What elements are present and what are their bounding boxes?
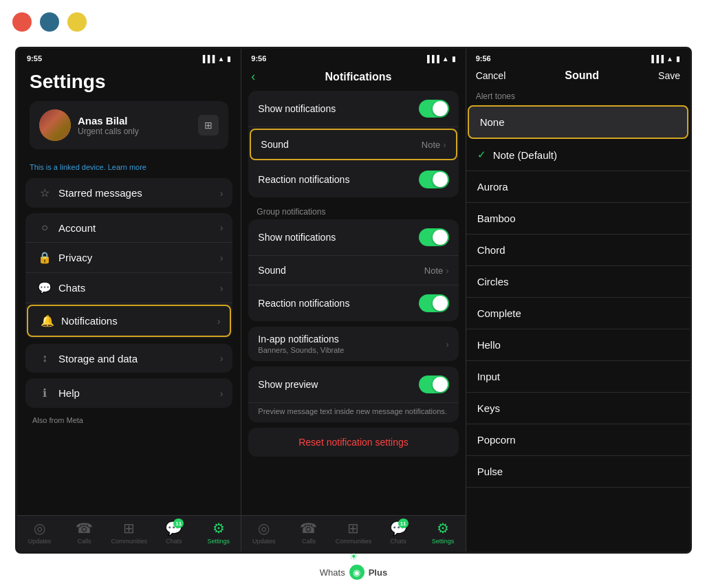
sound-item-popcorn[interactable]: Popcorn [466, 424, 690, 456]
chevron-icon-1: › [443, 140, 446, 150]
bottom-nav-2: ◎ Updates ☎ Calls ⊞ Communities 💬 11 Cha… [241, 515, 465, 552]
cancel-button[interactable]: Cancel [476, 70, 506, 81]
arrow-icon-privacy: › [220, 252, 224, 263]
sound-item-chord[interactable]: Chord [466, 235, 690, 266]
toggle-show-notifications-1[interactable] [419, 100, 449, 118]
sound-item-bamboo[interactable]: Bamboo [466, 203, 690, 235]
show-notifications-item-2[interactable]: Show notifications [248, 219, 458, 256]
reaction-notifications-item-1[interactable]: Reaction notifications [248, 162, 458, 197]
nav-calls-1[interactable]: ☎ Calls [62, 520, 107, 545]
account-item[interactable]: ○ Account › [25, 213, 232, 243]
signal-icon-2: ▐▐▐ [424, 55, 439, 63]
nav-updates-1[interactable]: ◎ Updates [17, 520, 62, 545]
nav-chats-2[interactable]: 💬 11 Chats [376, 520, 421, 545]
group-notifications-section: Show notifications Sound Note › Reaction… [248, 219, 458, 321]
sound-item-complete[interactable]: Complete [466, 298, 690, 329]
sound-item-keys[interactable]: Keys [466, 393, 690, 424]
alert-tones-label: Alert tones [466, 89, 690, 105]
traffic-light-red[interactable] [12, 12, 32, 32]
sound-item-pulse[interactable]: Pulse [466, 456, 690, 488]
footer: ☀ Whats ◉ Plus [0, 551, 707, 580]
toggle-show-notifications-2[interactable] [419, 228, 449, 246]
status-bar-3: 9:56 ▐▐▐ ▲ ▮ [466, 49, 690, 65]
communities-icon-1: ⊞ [123, 520, 135, 536]
status-icons-3: ▐▐▐ ▲ ▮ [649, 55, 680, 63]
nav-settings-1[interactable]: ⚙ Settings [196, 520, 241, 545]
sound-item-aurora[interactable]: Aurora [466, 171, 690, 203]
calls-icon-2: ☎ [300, 520, 317, 536]
profile-status: Urgent calls only [78, 127, 139, 136]
calls-icon-1: ☎ [76, 520, 93, 536]
show-preview-item[interactable]: Show preview [248, 367, 458, 403]
toggle-reaction-1[interactable] [419, 171, 449, 188]
starred-messages-item[interactable]: ☆ Starred messages › [25, 178, 232, 208]
nav-communities-2[interactable]: ⊞ Communities [331, 520, 376, 545]
message-notifications-section: Show notifications Sound Note › Reaction… [248, 91, 458, 197]
sound-label-2: Sound [258, 265, 424, 276]
notifications-item[interactable]: 🔔 Notifications › [27, 305, 231, 337]
avatar-image [39, 109, 71, 141]
help-item[interactable]: ℹ Help › [25, 378, 232, 408]
sound-item-input[interactable]: Input [466, 361, 690, 393]
save-button[interactable]: Save [658, 70, 680, 81]
footer-whatsapp-icon: ◉ [349, 565, 365, 580]
reaction-notifications-item-2[interactable]: Reaction notifications [248, 285, 458, 321]
sound-value-2: Note [424, 265, 443, 276]
sound-label-complete: Complete [477, 307, 679, 319]
main-settings-section: ○ Account › 🔒 Privacy › 💬 Chats › 🔔 Noti… [25, 213, 232, 338]
linked-device-text: This is a linked device. Learn more [17, 160, 241, 178]
nav-settings-2[interactable]: ⚙ Settings [421, 520, 466, 545]
privacy-item[interactable]: 🔒 Privacy › [25, 243, 232, 273]
signal-icon-3: ▐▐▐ [649, 55, 664, 63]
arrow-icon-account: › [220, 222, 224, 233]
traffic-light-blue[interactable] [40, 12, 59, 32]
toggle-reaction-2[interactable] [419, 294, 449, 312]
reset-label[interactable]: Reset notification settings [258, 437, 448, 448]
footer-plus-text: Plus [369, 567, 387, 578]
chats-label: Chats [58, 282, 220, 294]
footer-logo-area: Whats ◉ Plus [320, 565, 387, 580]
show-notifications-item-1[interactable]: Show notifications [248, 91, 458, 127]
reset-item[interactable]: Reset notification settings [248, 428, 458, 457]
time-2: 9:56 [251, 54, 266, 63]
storage-item[interactable]: ↕ Storage and data › [25, 344, 232, 373]
sound-item-hello[interactable]: Hello [466, 329, 690, 361]
arrow-icon-notifications: › [217, 316, 221, 327]
toggle-thumb-reaction-2 [433, 296, 448, 311]
sound-header: Cancel Sound Save [466, 65, 690, 89]
profile-card[interactable]: Anas Bilal Urgent calls only ⊞ [30, 101, 228, 149]
sound-value-1: Note [422, 140, 440, 150]
reset-section: Reset notification settings [248, 428, 458, 457]
time-1: 9:55 [27, 54, 42, 63]
sound-item-2[interactable]: Sound Note › [248, 256, 458, 285]
sound-item-circles[interactable]: Circles [466, 266, 690, 298]
settings-icon-2: ⚙ [437, 520, 449, 536]
sound-item-note[interactable]: ✓ Note (Default) [466, 139, 690, 171]
updates-icon-2: ◎ [258, 520, 270, 536]
wifi-icon-1: ▲ [217, 55, 224, 63]
chats-item[interactable]: 💬 Chats › [25, 273, 232, 303]
toggle-show-preview[interactable] [419, 375, 449, 393]
nav-calls-2[interactable]: ☎ Calls [286, 520, 331, 545]
also-from-meta: Also from Meta [17, 413, 241, 427]
inapp-item[interactable]: In-app notifications Banners, Sounds, Vi… [248, 327, 458, 361]
back-button[interactable]: ‹ [251, 69, 255, 84]
chevron-icon-2: › [446, 265, 448, 276]
arrow-icon-chats: › [220, 283, 224, 294]
check-icon-note: ✓ [477, 149, 486, 161]
time-3: 9:56 [476, 54, 491, 63]
help-icon: ℹ [35, 386, 54, 400]
qr-icon[interactable]: ⊞ [198, 115, 219, 135]
nav-communities-1[interactable]: ⊞ Communities [107, 520, 151, 545]
nav-updates-2[interactable]: ◎ Updates [241, 520, 286, 545]
profile-info: Anas Bilal Urgent calls only [78, 115, 139, 136]
toggle-thumb-preview [433, 377, 448, 392]
account-icon: ○ [35, 221, 54, 234]
status-bar-1: 9:55 ▐▐▐ ▲ ▮ [17, 49, 241, 65]
sound-item-1[interactable]: Sound Note › [250, 129, 457, 160]
sound-item-none[interactable]: None [468, 105, 688, 139]
traffic-light-yellow[interactable] [67, 12, 87, 32]
learn-more-link[interactable]: Learn more [108, 163, 146, 171]
traffic-lights [12, 12, 87, 32]
nav-chats-1[interactable]: 💬 11 Chats [151, 520, 196, 545]
